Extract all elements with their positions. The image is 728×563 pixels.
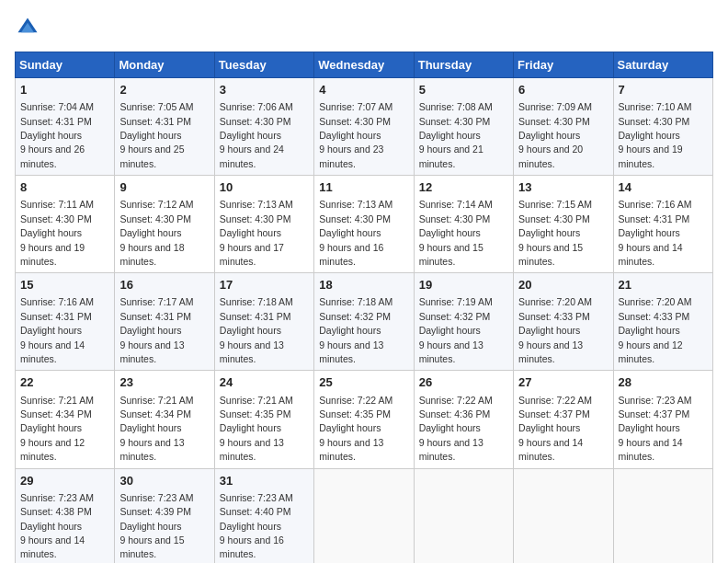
daylight-duration: 9 hours and 16 minutes. [319,242,383,267]
daylight-info: Daylight hours [119,130,181,141]
sunrise-info: Sunrise: 7:18 AM [220,296,293,307]
daylight-info: Daylight hours [319,325,381,336]
sunrise-info: Sunrise: 7:09 AM [518,101,592,112]
daylight-duration: 9 hours and 19 minutes. [619,144,683,168]
day-number: 13 [518,179,608,196]
daylight-duration: 9 hours and 13 minutes. [518,339,583,364]
day-number: 20 [518,277,608,293]
sunrise-info: Sunrise: 7:21 AM [119,395,193,406]
sunrise-info: Sunrise: 7:13 AM [220,199,293,210]
sunrise-info: Sunrise: 7:22 AM [518,395,592,406]
sunrise-info: Sunrise: 7:15 AM [518,199,592,210]
calendar-day-1: 1 Sunrise: 7:04 AM Sunset: 4:31 PM Dayli… [16,78,115,176]
page-header [15,15,713,40]
daylight-info: Daylight hours [419,130,481,141]
daylight-duration: 9 hours and 15 minutes. [419,242,483,267]
calendar-day-29: 29 Sunrise: 7:23 AM Sunset: 4:38 PM Dayl… [16,468,115,563]
day-number: 6 [518,82,608,98]
calendar-day-23: 23 Sunrise: 7:21 AM Sunset: 4:34 PM Dayl… [115,371,214,468]
sunrise-info: Sunrise: 7:06 AM [220,101,293,112]
sunrise-info: Sunrise: 7:16 AM [619,199,692,210]
day-header-saturday: Saturday [613,52,712,78]
daylight-info: Daylight hours [619,325,680,336]
day-number: 18 [319,277,408,293]
sunrise-info: Sunrise: 7:04 AM [20,101,94,112]
day-header-sunday: Sunday [16,52,115,78]
sunset-info: Sunset: 4:37 PM [518,408,590,419]
calendar-empty-cell [514,468,613,563]
daylight-info: Daylight hours [319,227,381,238]
calendar-day-11: 11 Sunrise: 7:13 AM Sunset: 4:30 PM Dayl… [314,176,414,273]
sunrise-info: Sunrise: 7:11 AM [20,199,94,210]
daylight-duration: 9 hours and 13 minutes. [419,437,483,462]
day-number: 19 [419,277,508,293]
sunset-info: Sunset: 4:30 PM [619,116,690,127]
calendar-day-28: 28 Sunrise: 7:23 AM Sunset: 4:37 PM Dayl… [613,371,712,468]
sunrise-info: Sunrise: 7:08 AM [419,101,493,112]
sunset-info: Sunset: 4:34 PM [20,408,92,419]
calendar-day-16: 16 Sunrise: 7:17 AM Sunset: 4:31 PM Dayl… [115,273,214,371]
daylight-info: Daylight hours [20,325,82,336]
calendar-day-27: 27 Sunrise: 7:22 AM Sunset: 4:37 PM Dayl… [514,371,613,468]
daylight-info: Daylight hours [518,325,580,336]
day-number: 5 [419,82,508,98]
day-number: 24 [220,374,309,391]
sunrise-info: Sunrise: 7:14 AM [419,199,493,210]
day-number: 25 [319,374,408,391]
sunset-info: Sunset: 4:31 PM [619,213,690,224]
sunset-info: Sunset: 4:31 PM [20,116,92,127]
calendar-empty-cell [613,468,712,563]
sunrise-info: Sunrise: 7:05 AM [119,101,193,112]
sunset-info: Sunset: 4:31 PM [119,116,191,127]
daylight-duration: 9 hours and 13 minutes. [319,437,383,462]
day-number: 26 [419,374,508,391]
sunrise-info: Sunrise: 7:23 AM [619,395,692,406]
daylight-duration: 9 hours and 15 minutes. [518,242,583,267]
daylight-info: Daylight hours [220,130,281,141]
calendar-week-1: 1 Sunrise: 7:04 AM Sunset: 4:31 PM Dayli… [16,78,713,176]
day-number: 21 [619,277,708,293]
daylight-info: Daylight hours [319,422,381,433]
calendar-table: SundayMondayTuesdayWednesdayThursdayFrid… [15,52,713,563]
day-number: 12 [419,179,508,196]
sunset-info: Sunset: 4:30 PM [419,213,491,224]
calendar-day-5: 5 Sunrise: 7:08 AM Sunset: 4:30 PM Dayli… [414,78,513,176]
day-number: 8 [20,179,109,196]
sunrise-info: Sunrise: 7:13 AM [319,199,392,210]
calendar-day-21: 21 Sunrise: 7:20 AM Sunset: 4:33 PM Dayl… [613,273,712,371]
day-header-wednesday: Wednesday [314,52,414,78]
day-header-friday: Friday [514,52,613,78]
daylight-duration: 9 hours and 16 minutes. [220,534,284,559]
sunrise-info: Sunrise: 7:17 AM [119,296,193,307]
day-number: 9 [119,179,209,196]
daylight-duration: 9 hours and 15 minutes. [119,534,184,559]
calendar-week-3: 15 Sunrise: 7:16 AM Sunset: 4:31 PM Dayl… [16,273,713,371]
daylight-duration: 9 hours and 23 minutes. [319,144,383,168]
sunrise-info: Sunrise: 7:23 AM [220,492,293,503]
daylight-info: Daylight hours [419,325,481,336]
day-header-tuesday: Tuesday [214,52,313,78]
sunset-info: Sunset: 4:34 PM [119,408,191,419]
daylight-duration: 9 hours and 13 minutes. [419,339,483,364]
sunset-info: Sunset: 4:30 PM [419,116,491,127]
sunset-info: Sunset: 4:32 PM [419,311,491,322]
sunset-info: Sunset: 4:40 PM [220,506,291,517]
calendar-day-3: 3 Sunrise: 7:06 AM Sunset: 4:30 PM Dayli… [214,78,313,176]
logo [15,15,44,40]
calendar-day-17: 17 Sunrise: 7:18 AM Sunset: 4:31 PM Dayl… [214,273,313,371]
sunset-info: Sunset: 4:37 PM [619,408,690,419]
day-number: 30 [119,473,209,489]
sunset-info: Sunset: 4:30 PM [220,213,291,224]
day-number: 17 [220,277,309,293]
calendar-day-7: 7 Sunrise: 7:10 AM Sunset: 4:30 PM Dayli… [613,78,712,176]
sunset-info: Sunset: 4:33 PM [518,311,590,322]
calendar-header-row: SundayMondayTuesdayWednesdayThursdayFrid… [16,52,713,78]
calendar-day-14: 14 Sunrise: 7:16 AM Sunset: 4:31 PM Dayl… [613,176,712,273]
day-number: 22 [20,374,109,391]
calendar-day-19: 19 Sunrise: 7:19 AM Sunset: 4:32 PM Dayl… [414,273,513,371]
day-number: 3 [220,82,309,98]
sunrise-info: Sunrise: 7:22 AM [319,395,392,406]
calendar-day-30: 30 Sunrise: 7:23 AM Sunset: 4:39 PM Dayl… [115,468,214,563]
daylight-info: Daylight hours [20,130,82,141]
daylight-info: Daylight hours [518,422,580,433]
